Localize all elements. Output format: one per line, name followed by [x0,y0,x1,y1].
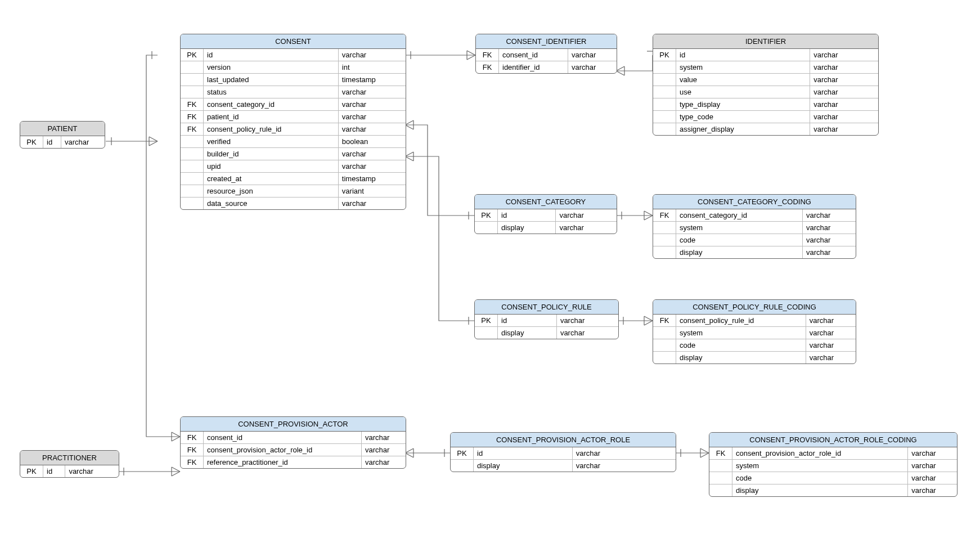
entity-consent-category-coding: CONSENT_CATEGORY_CODING FKconsent_catego… [653,194,856,259]
col-name: consent_id [204,432,362,444]
col-type: boolean [338,136,406,148]
col-type: varchar [568,49,617,61]
table-row: FKreference_practitioner_idvarchar [181,456,406,469]
table-row: upidvarchar [181,160,406,173]
table-row: displayvarchar [653,352,856,364]
col-key [181,173,204,185]
table-row: systemvarchar [709,460,957,472]
col-type: varchar [556,222,617,234]
col-key: FK [709,447,732,460]
columns-table: FKconsent_idvarchar FKconsent_provision_… [181,432,406,468]
entity-header: PATIENT [20,122,105,136]
entity-header: CONSENT_CATEGORY_CODING [653,195,856,209]
col-type: varchar [806,315,856,327]
col-key: FK [181,98,204,111]
col-key: FK [476,49,499,61]
columns-table: PK id varchar [20,136,105,148]
col-name: display [676,352,806,364]
col-type: varchar [802,234,856,246]
col-type: varchar [802,209,856,222]
col-key [709,484,732,497]
entity-consent: CONSENT PKidvarchar versionint last_upda… [180,34,406,210]
col-type: varchar [338,148,406,160]
col-name: consent_category_id [204,98,339,111]
table-row: PK id varchar [20,136,105,148]
columns-table: PKidvarchar displayvarchar [475,209,617,234]
col-type: varchar [556,209,617,222]
col-type: varchar [556,315,618,327]
table-row: PK id varchar [20,465,119,477]
entity-header: CONSENT_POLICY_RULE [475,300,618,315]
col-key: PK [451,447,474,460]
columns-table: PKidvarchar versionint last_updatedtimes… [181,49,406,209]
col-type: varchar [338,160,406,173]
entity-consent-provision-actor-role-coding: CONSENT_PROVISION_ACTOR_ROLE_CODING FKco… [709,432,957,497]
col-name: type_display [676,98,810,111]
entity-header: IDENTIFIER [653,34,878,49]
col-type: varchar [338,49,406,61]
table-row: displayvarchar [653,246,856,259]
columns-table: FKconsent_idvarchar FKidentifier_idvarch… [476,49,617,73]
col-name: system [676,61,810,74]
col-type: varchar [810,98,878,111]
col-name: status [204,86,339,98]
col-key [709,460,732,472]
col-name: resource_json [204,185,339,198]
table-row: systemvarchar [653,327,856,339]
entity-consent-policy-rule: CONSENT_POLICY_RULE PKidvarchar displayv… [474,299,619,339]
col-name: id [43,465,65,477]
columns-table: PK id varchar [20,465,119,477]
col-name: display [474,460,573,472]
table-row: FKconsent_policy_rule_idvarchar [653,315,856,327]
col-key [475,327,498,339]
entity-header: CONSENT_PROVISION_ACTOR_ROLE_CODING [709,433,957,447]
col-key [653,74,676,86]
col-key: PK [475,315,498,327]
table-row: valuevarchar [653,74,878,86]
table-row: versionint [181,61,406,74]
col-name: upid [204,160,339,173]
col-key [653,98,676,111]
col-name: id [498,315,557,327]
table-row: PKidvarchar [475,315,618,327]
col-name: id [43,136,61,148]
col-key [181,61,204,74]
table-row: FKconsent_category_idvarchar [653,209,856,222]
col-key: FK [181,432,204,444]
columns-table: PKidvarchar displayvarchar [451,447,676,472]
col-name: display [498,222,556,234]
col-key [181,74,204,86]
col-type: varchar [338,98,406,111]
col-type: varchar [908,472,957,484]
col-key: FK [181,111,204,123]
col-type: varchar [908,484,957,497]
table-row: displayvarchar [475,327,618,339]
entity-identifier: IDENTIFIER PKidvarchar systemvarchar val… [653,34,879,136]
col-type: varchar [810,111,878,123]
col-name: consent_policy_rule_id [676,315,806,327]
table-row: type_displayvarchar [653,98,878,111]
columns-table: FKconsent_category_idvarchar systemvarch… [653,209,856,258]
col-type: varchar [810,86,878,98]
col-key [653,123,676,136]
table-row: FKconsent_idvarchar [476,49,617,61]
table-row: codevarchar [709,472,957,484]
col-name: consent_provision_actor_role_id [204,444,362,456]
col-type: varchar [810,49,878,61]
table-row: FKconsent_category_idvarchar [181,98,406,111]
col-key: FK [653,315,676,327]
col-type: varchar [802,246,856,259]
col-name: system [676,222,803,234]
col-key [653,246,676,259]
table-row: data_sourcevarchar [181,198,406,210]
col-type: variant [338,185,406,198]
table-row: FKconsent_provision_actor_role_idvarchar [709,447,957,460]
col-key [181,185,204,198]
col-name: builder_id [204,148,339,160]
col-key: PK [20,465,43,477]
table-row: assigner_displayvarchar [653,123,878,136]
col-name: display [498,327,557,339]
table-row: FKidentifier_idvarchar [476,61,617,74]
col-type: varchar [338,111,406,123]
entity-patient: PATIENT PK id varchar [20,121,105,149]
